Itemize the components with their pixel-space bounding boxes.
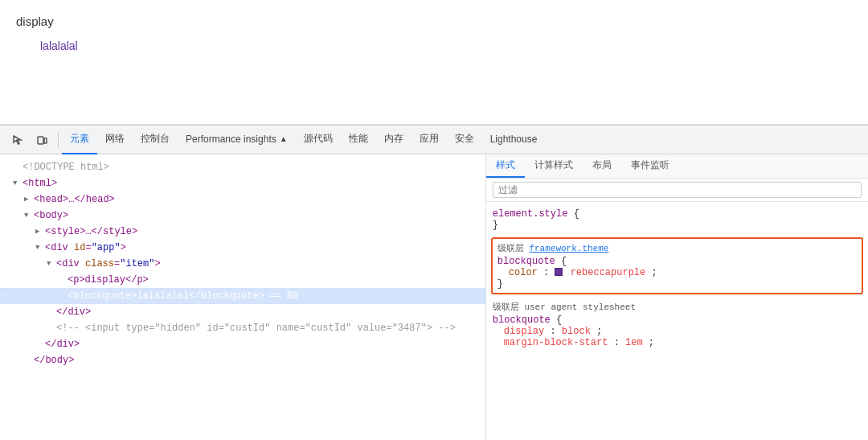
tab-application[interactable]: 应用 (411, 125, 447, 154)
tab-computed[interactable]: 计算样式 (525, 154, 583, 178)
dom-line: ▼ <html> (0, 175, 485, 191)
tab-styles[interactable]: 样式 (486, 154, 525, 178)
styles-panel: 样式 计算样式 布局 事件监听 (486, 154, 868, 440)
device-toolbar-icon[interactable] (31, 129, 53, 151)
tab-sources[interactable]: 源代码 (296, 125, 341, 154)
dom-line: <p>display</p> (0, 272, 485, 288)
tab-memory[interactable]: 内存 (376, 125, 411, 154)
dom-line-selected[interactable]: ·· <blockquote>lalalalal</blockquote> ==… (0, 288, 485, 304)
dom-line: ▶ <style>…</style> (0, 224, 485, 240)
dom-line: ▼ <div id="app"> (0, 240, 485, 256)
dom-line: </body> (0, 352, 485, 368)
tab-layout[interactable]: 布局 (583, 154, 621, 178)
dom-line: <!DOCTYPE html> (0, 159, 485, 175)
dom-dollar-ref: == $0 (269, 289, 298, 303)
styles-content: element.style { } 级联层 framework.theme bl… (486, 202, 868, 440)
user-agent-source: 级联层 user agent stylesheet (493, 301, 862, 313)
tab-divider (58, 132, 59, 148)
preview-title: display (16, 14, 852, 28)
tab-performance[interactable]: 性能 (341, 125, 376, 154)
styles-tabs: 样式 计算样式 布局 事件监听 (486, 154, 868, 179)
devtools-main: <!DOCTYPE html> ▼ <html> ▶ <head>…</head… (0, 154, 868, 440)
preview-content: lalalalal (40, 39, 852, 52)
tab-event-listeners[interactable]: 事件监听 (621, 154, 679, 178)
performance-insights-badge: ▲ (280, 134, 288, 143)
devtools-tab-bar: 元素 网络 控制台 Performance insights ▲ 源代码 性能 … (0, 125, 868, 154)
user-agent-block: 级联层 user agent stylesheet blockquote { d… (486, 298, 868, 352)
svg-rect-1 (44, 138, 47, 143)
tab-elements[interactable]: 元素 (62, 125, 97, 154)
dom-line: ▼ <body> (0, 208, 485, 224)
devtools-panel: 元素 网络 控制台 Performance insights ▲ 源代码 性能 … (0, 125, 868, 440)
element-style-block: element.style { } (486, 205, 868, 234)
color-swatch (555, 268, 563, 276)
browser-preview: display lalalalal (0, 0, 868, 125)
dom-line: ▶ <head>…</head> (0, 191, 485, 208)
framework-theme-block: 级联层 framework.theme blockquote { color :… (491, 237, 863, 294)
dom-line: </div> (0, 336, 485, 352)
select-element-icon[interactable] (6, 129, 29, 151)
tab-security[interactable]: 安全 (447, 125, 482, 154)
style-source: 级联层 framework.theme (497, 242, 857, 254)
dom-line: <!-- <input type="hidden" id="custId" na… (0, 320, 485, 336)
dom-line: ▼ <div class="item"> (0, 256, 485, 272)
svg-rect-0 (38, 137, 43, 144)
dom-panel[interactable]: <!DOCTYPE html> ▼ <html> ▶ <head>…</head… (0, 154, 486, 440)
framework-theme-link[interactable]: framework.theme (529, 244, 608, 253)
tab-performance-insights[interactable]: Performance insights ▲ (178, 125, 296, 154)
tab-console[interactable]: 控制台 (133, 125, 178, 154)
styles-filter-row (486, 179, 868, 202)
dom-line: </div> (0, 304, 485, 320)
tab-lighthouse[interactable]: Lighthouse (482, 125, 546, 154)
tab-network[interactable]: 网络 (97, 125, 133, 154)
styles-filter-input[interactable] (493, 182, 862, 198)
